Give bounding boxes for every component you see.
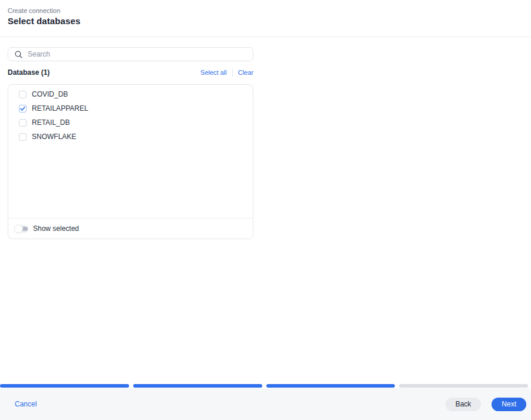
database-row[interactable]: RETAILAPPAREL — [8, 101, 253, 115]
wizard-header: Create connection Select databases — [0, 0, 531, 37]
search-box[interactable] — [8, 47, 253, 61]
database-checkbox[interactable] — [19, 91, 27, 98]
database-row[interactable]: SNOWFLAKE — [8, 130, 253, 144]
clear-link[interactable]: Clear — [238, 69, 253, 76]
database-row[interactable]: RETAIL_DB — [8, 115, 253, 130]
next-button[interactable]: Next — [492, 398, 526, 411]
progress-segment-4 — [399, 384, 528, 388]
wizard-progress-bar — [0, 384, 531, 388]
back-button[interactable]: Back — [446, 398, 481, 411]
database-count-label: Database (1) — [8, 68, 50, 77]
database-row[interactable]: COVID_DB — [8, 87, 253, 101]
action-divider — [232, 69, 233, 76]
search-input[interactable] — [28, 50, 240, 58]
database-name: RETAIL_DB — [32, 118, 70, 127]
breadcrumb: Create connection — [8, 7, 60, 14]
show-selected-toggle[interactable] — [15, 225, 28, 233]
header-divider — [0, 37, 531, 37]
page-title: Select databases — [8, 16, 80, 26]
database-checkbox[interactable] — [19, 119, 27, 127]
search-icon — [15, 51, 22, 58]
wizard-footer: Cancel Back Next — [0, 388, 531, 420]
cancel-button[interactable]: Cancel — [15, 400, 37, 408]
list-header: Database (1) Select all Clear — [8, 68, 253, 77]
database-list-panel: COVID_DB RETAILAPPAREL RETAIL_DB SNOWFLA… — [8, 84, 253, 239]
database-checkbox[interactable] — [19, 133, 27, 141]
show-selected-label: Show selected — [33, 224, 79, 233]
database-checkbox[interactable] — [19, 105, 27, 113]
database-name: SNOWFLAKE — [32, 133, 76, 141]
toggle-bar — [22, 227, 28, 231]
progress-segment-1 — [0, 384, 129, 388]
database-name: RETAILAPPAREL — [32, 104, 88, 113]
database-list: COVID_DB RETAILAPPAREL RETAIL_DB SNOWFLA… — [8, 85, 253, 218]
toggle-knob — [15, 225, 22, 233]
progress-segment-2 — [133, 384, 262, 388]
select-all-link[interactable]: Select all — [200, 69, 227, 76]
progress-segment-3 — [266, 384, 395, 388]
show-selected-row: Show selected — [8, 219, 253, 239]
database-name: COVID_DB — [32, 90, 68, 98]
